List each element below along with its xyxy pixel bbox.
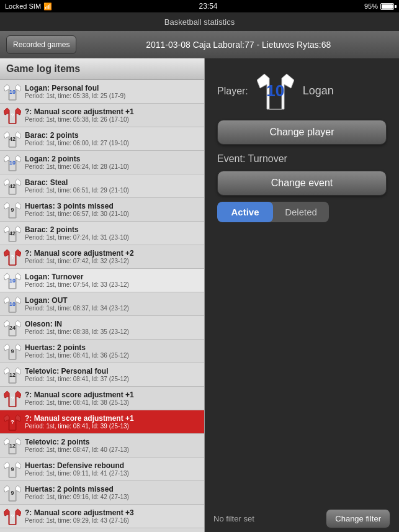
jersey-icon: ? <box>4 390 21 407</box>
player-jersey-large: 10 <box>257 71 294 111</box>
log-text: ?: Manual score adjustment +1Period: 1st… <box>25 414 200 430</box>
log-item[interactable]: 10 Logan: Personal foulPeriod: 1st, time… <box>0 80 204 104</box>
log-text: ?: Manual score adjustment +3Period: 1st… <box>25 508 200 524</box>
log-text: Logan: Personal foulPeriod: 1st, time: 0… <box>25 84 200 99</box>
battery-percent: 95% <box>364 2 378 10</box>
log-sub-text: Period: 1st, time: 06:24, ld: 28 (21-10) <box>25 163 200 170</box>
log-text: Logan: TurnoverPeriod: 1st, time: 07:54,… <box>25 273 200 288</box>
log-text: ?: Manual score adjustment +1Period: 1st… <box>25 107 200 123</box>
log-item[interactable]: 10 Logan: TurnoverPeriod: 1st, time: 07:… <box>0 269 204 292</box>
change-event-button[interactable]: Change event <box>217 171 387 196</box>
jersey-icon: 9 <box>4 461 21 478</box>
log-item[interactable]: 42 Barac: StealPeriod: 1st, time: 06:51,… <box>0 174 204 198</box>
status-bar: Locked SIM 📶 23:54 95% <box>0 0 399 12</box>
log-text: Huertas: 2 points missedPeriod: 1st, tim… <box>25 485 200 500</box>
game-title: 2011-03-08 Caja Laboral:77 - Lietuvos Ry… <box>84 40 393 50</box>
left-panel: Game log items 10 Logan: Personal foulPe… <box>0 58 205 532</box>
log-sub-text: Period: 1st, time: 08:41, ld: 37 (25-12) <box>25 376 200 382</box>
nav-bar: Recorded games 2011-03-08 Caja Laboral:7… <box>0 31 399 58</box>
player-section: Player: 10 Logan <box>217 71 387 111</box>
jersey-icon: ? <box>4 508 21 525</box>
jersey-icon: 42 <box>4 130 21 148</box>
title-bar: Basketball statistics <box>0 12 399 31</box>
log-main-text: Logan: Turnover <box>25 273 200 281</box>
log-item[interactable]: 9 Huertas: Defensive reboundPeriod: 1st,… <box>0 458 204 481</box>
log-sub-text: Period: 1st, time: 07:54, ld: 33 (23-12) <box>25 281 200 288</box>
change-player-button[interactable]: Change player <box>217 120 387 145</box>
main-content: Game log items 10 Logan: Personal foulPe… <box>0 58 399 532</box>
log-sub-text: Period: 1st, time: 08:47, ld: 40 (27-13) <box>25 446 200 453</box>
log-main-text: Huertas: 3 points missed <box>25 202 200 210</box>
filter-text: No filter set <box>213 514 254 523</box>
log-main-text: ?: Manual score adjustment +2 <box>25 249 200 258</box>
game-log-header: Game log items <box>0 58 204 80</box>
jersey-icon: 9 <box>4 484 21 502</box>
log-item[interactable]: 12 Teletovic: Personal foulPeriod: 1st, … <box>0 363 204 387</box>
log-item[interactable]: 10 Logan: 2 pointsPeriod: 1st, time: 06:… <box>0 151 204 174</box>
log-item[interactable]: 9 Huertas: 2 pointsPeriod: 1st, time: 08… <box>0 340 204 363</box>
log-main-text: Barac: 2 points <box>25 131 200 140</box>
log-text: Huertas: Defensive reboundPeriod: 1st, t… <box>25 461 200 477</box>
toggle-active[interactable]: Active <box>217 202 273 222</box>
log-item[interactable]: ? ?: Manual score adjustment +1Period: 1… <box>0 387 204 410</box>
log-main-text: Logan: Personal foul <box>25 84 200 92</box>
toggle-deleted[interactable]: Deleted <box>273 202 329 222</box>
recorded-games-button[interactable]: Recorded games <box>6 35 76 54</box>
jersey-icon: 10 <box>4 272 21 289</box>
log-main-text: Logan: OUT <box>25 296 200 305</box>
log-main-text: ?: Manual score adjustment +3 <box>25 508 200 517</box>
log-item[interactable]: 9 Huertas: 2 points missedPeriod: 1st, t… <box>0 481 204 505</box>
jersey-icon: 42 <box>4 178 21 195</box>
log-item[interactable]: ? ?: Manual score adjustment +1Period: 1… <box>0 104 204 127</box>
status-right: 95% <box>364 2 394 10</box>
log-main-text: ?: Manual score adjustment +1 <box>25 107 200 116</box>
log-text: ?: Manual score adjustment +1Period: 1st… <box>25 390 200 406</box>
log-item[interactable]: ? ?: Manual score adjustment +1Period: 1… <box>0 410 204 434</box>
log-main-text: Barac: Steal <box>25 178 200 187</box>
carrier-label: Locked SIM <box>5 2 41 10</box>
log-text: Huertas: 2 pointsPeriod: 1st, time: 08:4… <box>25 343 200 359</box>
log-main-text: Huertas: 2 points <box>25 343 200 352</box>
jersey-icon: 9 <box>4 343 21 360</box>
log-item[interactable]: 12 Teletovic: 2 pointsPeriod: 1st, time:… <box>0 434 204 458</box>
log-item[interactable]: ? ?: Manual score adjustment +3Period: 1… <box>0 505 204 528</box>
game-log-list[interactable]: 10 Logan: Personal foulPeriod: 1st, time… <box>0 80 204 532</box>
log-text: Huertas: 3 points missedPeriod: 1st, tim… <box>25 202 200 217</box>
log-item[interactable]: 10 Logan: OUTPeriod: 1st, time: 08:37, l… <box>0 292 204 316</box>
jersey-icon: 10 <box>4 295 21 313</box>
log-main-text: ?: Manual score adjustment +1 <box>25 390 200 399</box>
log-sub-text: Period: 1st, time: 08:41, ld: 36 (25-12) <box>25 352 200 359</box>
battery-fill <box>382 4 393 9</box>
log-main-text: Teletovic: Personal foul <box>25 367 200 376</box>
log-text: Barac: StealPeriod: 1st, time: 06:51, ld… <box>25 178 200 194</box>
log-sub-text: Period: 1st, time: 05:38, ld: 25 (17-9) <box>25 92 200 99</box>
log-main-text: Huertas: Defensive rebound <box>25 461 200 470</box>
jersey-icon: ? <box>4 413 21 431</box>
change-filter-button[interactable]: Change filter <box>326 509 390 528</box>
log-item[interactable]: 24 Oleson: INPeriod: 1st, time: 08:38, l… <box>0 316 204 340</box>
jersey-icon: 12 <box>4 437 21 454</box>
log-main-text: Huertas: 2 points missed <box>25 485 200 494</box>
log-text: Barac: 2 pointsPeriod: 1st, time: 07:24,… <box>25 225 200 241</box>
log-text: Oleson: INPeriod: 1st, time: 08:38, ld: … <box>25 320 200 335</box>
jersey-icon: 10 <box>4 154 21 171</box>
log-item[interactable]: 9 Huertas: 3 points missedPeriod: 1st, t… <box>0 198 204 222</box>
player-label: Player: <box>217 86 248 97</box>
jersey-icon: 10 <box>4 83 21 101</box>
log-main-text: Logan: 2 points <box>25 155 200 163</box>
jersey-icon: 9 <box>4 201 21 219</box>
log-item[interactable]: ? ?: Manual score adjustment +2Period: 1… <box>0 245 204 269</box>
log-sub-text: Period: 1st, time: 07:42, ld: 32 (23-12) <box>25 258 200 264</box>
status-toggle[interactable]: Active Deleted <box>217 202 329 222</box>
log-text: Logan: 2 pointsPeriod: 1st, time: 06:24,… <box>25 155 200 170</box>
log-item[interactable]: 42 Barac: Personal foulPeriod: 1st, time… <box>0 528 204 532</box>
log-text: Teletovic: Personal foulPeriod: 1st, tim… <box>25 367 200 382</box>
log-item[interactable]: 42 Barac: 2 pointsPeriod: 1st, time: 07:… <box>0 222 204 245</box>
log-sub-text: Period: 1st, time: 08:41, ld: 38 (25-13) <box>25 399 200 406</box>
log-item[interactable]: 42 Barac: 2 pointsPeriod: 1st, time: 06:… <box>0 127 204 151</box>
right-panel: Player: 10 Logan Change player Event: Tu… <box>205 58 399 532</box>
log-main-text: Teletovic: 2 points <box>25 438 200 446</box>
log-text: Teletovic: 2 pointsPeriod: 1st, time: 08… <box>25 438 200 453</box>
event-label: Event: Turnover <box>217 153 387 165</box>
jersey-icon: ? <box>4 248 21 266</box>
